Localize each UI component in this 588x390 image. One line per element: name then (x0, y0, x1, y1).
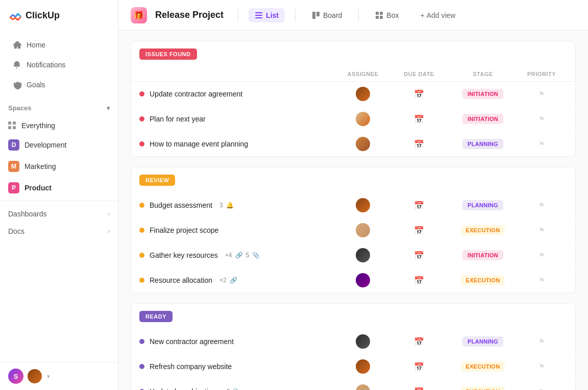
stage-cell: EXECUTION (450, 361, 516, 372)
calendar-icon: 📅 (414, 362, 424, 372)
add-view-button[interactable]: + Add view (415, 8, 460, 22)
task-name: Plan for next year (150, 115, 206, 123)
calendar-icon: 📅 (414, 201, 424, 210)
tab-list-label: List (266, 11, 279, 19)
sidebar-item-docs[interactable]: Docs › (0, 223, 118, 240)
sidebar-item-notifications[interactable]: Notifications (4, 55, 114, 75)
stage-badge: PLANNING (462, 336, 503, 347)
issues-header: ISSUES FOUND (131, 41, 575, 67)
assignee-avatar (356, 198, 370, 212)
priority-cell: ⚑ (516, 362, 567, 371)
sidebar-footer[interactable]: S ▾ (0, 362, 118, 390)
sidebar-item-home[interactable]: Home (4, 35, 114, 55)
calendar-icon: 📅 (414, 139, 424, 149)
section-issues: ISSUES FOUND ASSIGNEE DUE DATE STAGE PRI… (131, 41, 576, 157)
sidebar-item-product[interactable]: P Product (0, 178, 118, 198)
due-date-cell: 📅 (388, 226, 450, 235)
task-name-cell: Update key objectives 5 📎 (139, 387, 337, 390)
assignee-avatar (356, 112, 370, 126)
assignee-cell (337, 223, 388, 237)
home-label: Home (27, 41, 45, 49)
task-dot (139, 228, 144, 233)
stage-cell: EXECUTION (450, 386, 516, 390)
stage-badge: PLANNING (462, 139, 503, 149)
attachment-icon: 📎 (252, 252, 260, 259)
tab-board-label: Board (323, 11, 342, 19)
docs-label: Docs (8, 227, 24, 235)
bell-icon (12, 60, 21, 69)
table-row[interactable]: Resource allocation +2 🔗 📅 EXECUTION ⚑ (131, 268, 575, 292)
table-row[interactable]: How to manage event planning 📅 PLANNING … (131, 132, 575, 156)
assignee-avatar (356, 87, 370, 101)
stage-cell: INITIATION (450, 114, 516, 124)
stage-badge: PLANNING (462, 200, 503, 210)
task-name: Update key objectives (150, 387, 219, 390)
task-name-cell: New contractor agreement (139, 337, 337, 346)
tab-box[interactable]: Box (369, 8, 405, 22)
calendar-icon: 📅 (414, 337, 424, 347)
task-meta: +2 🔗 (219, 277, 237, 284)
main-header: 🎁 Release Project List Board Box + Add v… (118, 0, 588, 31)
calendar-icon: 📅 (414, 89, 424, 99)
project-icon: 🎁 (131, 7, 147, 23)
assignee-cell (337, 198, 388, 212)
table-row[interactable]: Plan for next year 📅 INITIATION ⚑ (131, 107, 575, 132)
tab-board[interactable]: Board (306, 8, 348, 22)
sidebar-item-development[interactable]: D Development (0, 135, 118, 155)
spaces-header[interactable]: Spaces ▾ (0, 99, 118, 117)
task-content: ISSUES FOUND ASSIGNEE DUE DATE STAGE PRI… (118, 31, 588, 390)
goals-icon (12, 80, 21, 89)
comment-icon: 🔔 (226, 202, 234, 209)
dashboards-label: Dashboards (8, 210, 47, 218)
task-dot (139, 203, 144, 208)
logo-area: ClickUp (0, 0, 118, 31)
svg-rect-7 (376, 16, 379, 19)
tab-list[interactable]: List (249, 8, 285, 22)
header-divider (238, 9, 238, 21)
stage-badge: EXECUTION (461, 225, 505, 235)
notifications-label: Notifications (27, 61, 65, 69)
stage-badge: EXECUTION (461, 275, 505, 285)
table-row[interactable]: Update key objectives 5 📎 📅 EXECUTION ⚑ (131, 379, 575, 390)
user-avatar-photo (28, 369, 42, 383)
main-content: 🎁 Release Project List Board Box + Add v… (118, 0, 588, 390)
sidebar-item-marketing[interactable]: M Marketing (0, 156, 118, 177)
user-avatar: S (8, 369, 23, 384)
everything-icon (8, 121, 16, 130)
sidebar-item-goals[interactable]: Goals (4, 75, 114, 94)
task-name-cell: Resource allocation +2 🔗 (139, 276, 337, 284)
calendar-icon: 📅 (414, 251, 424, 260)
table-row[interactable]: New contractor agreement 📅 PLANNING ⚑ (131, 329, 575, 354)
table-row[interactable]: Refresh company website 📅 EXECUTION ⚑ (131, 354, 575, 379)
flag-icon: ⚑ (538, 337, 545, 346)
priority-cell: ⚑ (516, 337, 567, 346)
clickup-logo[interactable]: ClickUp (8, 8, 60, 22)
dashboards-arrow-icon: › (108, 210, 110, 217)
priority-cell: ⚑ (516, 90, 567, 98)
flag-icon: ⚑ (538, 251, 545, 259)
table-row[interactable]: Gather key resources +4 🔗 5 📎 📅 INITIATI… (131, 243, 575, 268)
table-row[interactable]: Budget assessment 3 🔔 📅 PLANNING ⚑ (131, 193, 575, 218)
due-date-cell: 📅 (388, 387, 450, 391)
logo-icon (8, 8, 22, 22)
due-date-cell: 📅 (388, 139, 450, 149)
table-row[interactable]: Update contractor agreement 📅 INITIATION… (131, 82, 575, 107)
add-view-label: Add view (427, 11, 456, 19)
priority-cell: ⚑ (516, 276, 567, 284)
sidebar-item-dashboards[interactable]: Dashboards › (0, 205, 118, 223)
task-name-cell: Gather key resources +4 🔗 5 📎 (139, 251, 337, 259)
sidebar-item-everything[interactable]: Everything (0, 117, 118, 134)
task-name-cell: Finalize project scope (139, 226, 337, 234)
svg-rect-3 (312, 12, 315, 19)
due-date-cell: 📅 (388, 114, 450, 124)
assignee-avatar (356, 248, 370, 262)
assignee-avatar (356, 384, 370, 390)
task-name: New contractor agreement (150, 337, 234, 346)
svg-rect-8 (380, 16, 383, 19)
flag-icon: ⚑ (538, 362, 545, 371)
table-row[interactable]: Finalize project scope 📅 EXECUTION ⚑ (131, 218, 575, 243)
home-icon (12, 40, 21, 50)
task-meta: 3 🔔 (219, 202, 234, 209)
assignee-cell (337, 137, 388, 151)
marketing-label: Marketing (24, 162, 56, 170)
